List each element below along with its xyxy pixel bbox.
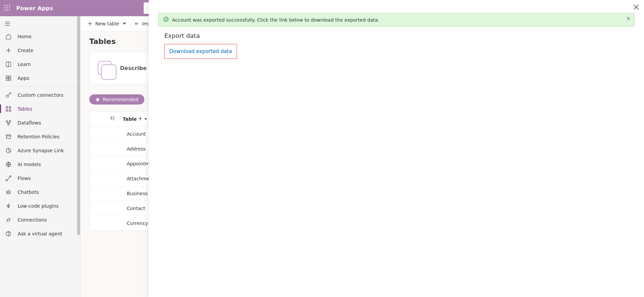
close-icon (633, 3, 640, 11)
nav-label: Azure Synapse Link (18, 148, 64, 153)
nav-item-create[interactable]: Create (0, 43, 80, 57)
nav-label: Tables (18, 106, 32, 112)
nav-item-learn[interactable]: Learn (0, 57, 80, 71)
nav-item-ask-agent[interactable]: Ask a virtual agent (0, 227, 80, 241)
connector-icon (5, 92, 11, 98)
svg-point-6 (4, 9, 5, 10)
svg-point-8 (9, 9, 10, 10)
home-icon (5, 33, 11, 40)
svg-point-4 (6, 7, 7, 8)
svg-point-28 (6, 120, 8, 122)
filter-pill-recommended[interactable]: Recommended (89, 94, 144, 105)
grid-icon (5, 106, 11, 112)
alert-text: Account was exported successfully. Click… (172, 17, 379, 23)
help-icon (5, 231, 11, 237)
svg-rect-26 (6, 110, 8, 111)
svg-point-7 (6, 9, 7, 10)
table-cell: Address (127, 146, 146, 152)
sort-asc-icon (138, 117, 142, 121)
svg-point-2 (9, 5, 10, 6)
sort-handle-icon[interactable] (94, 116, 115, 122)
dataflow-icon (5, 120, 11, 126)
nav-label: AI models (18, 162, 41, 167)
nav-label: Flows (18, 176, 31, 181)
panel-close-button[interactable] (633, 3, 640, 11)
svg-rect-24 (6, 107, 8, 108)
app-name: Power Apps (16, 5, 53, 12)
flow-icon (5, 175, 11, 181)
import-icon (134, 21, 139, 26)
nav-item-dataflows[interactable]: Dataflows (0, 116, 80, 130)
nav-item-flows[interactable]: Flows (0, 171, 80, 185)
svg-point-51 (164, 17, 168, 22)
svg-point-39 (7, 192, 8, 192)
column-header-label: Table (123, 116, 137, 122)
svg-rect-21 (9, 78, 11, 81)
svg-rect-20 (6, 78, 8, 81)
nav-item-tables[interactable]: Tables (0, 102, 80, 116)
waffle-icon[interactable] (4, 5, 10, 12)
svg-point-30 (8, 123, 9, 125)
export-data-panel: Account was exported successfully. Click… (149, 0, 644, 297)
nav-item-ai-models[interactable]: AI models (0, 157, 80, 171)
svg-point-29 (9, 120, 11, 122)
svg-rect-37 (6, 191, 10, 193)
nav-label: Apps (18, 75, 29, 81)
download-exported-data-link[interactable]: Download exported data (169, 48, 232, 54)
svg-point-42 (8, 235, 8, 235)
archive-icon (5, 134, 11, 140)
nav-item-connections[interactable]: Connections (0, 213, 80, 227)
nav-item-custom-connectors[interactable]: Custom connectors (0, 88, 80, 102)
bolt-icon (5, 203, 11, 209)
chevron-down-icon (144, 117, 148, 121)
table-cell: Account (127, 131, 146, 137)
svg-rect-32 (6, 136, 10, 138)
nav-label: Chatbots (18, 189, 39, 195)
svg-rect-25 (9, 107, 11, 108)
nav-label: Ask a virtual agent (18, 231, 62, 236)
svg-point-3 (4, 7, 5, 8)
bot-icon (5, 189, 11, 195)
link-icon (5, 217, 11, 223)
svg-rect-19 (9, 76, 11, 78)
star-icon (95, 97, 100, 102)
svg-point-35 (6, 179, 7, 181)
nav-item-apps[interactable]: Apps (0, 71, 80, 85)
hamburger-toggle[interactable] (0, 16, 80, 29)
column-header-table[interactable]: Table (123, 116, 148, 122)
success-alert: Account was exported successfully. Click… (158, 13, 635, 27)
nav-label: Custom connectors (18, 92, 64, 98)
nav-item-synapse[interactable]: Azure Synapse Link (0, 143, 80, 157)
table-cell: Currency (127, 221, 148, 226)
pie-icon (5, 147, 11, 154)
svg-point-1 (6, 5, 7, 6)
nav-label: Connections (18, 217, 47, 223)
nav-divider (0, 86, 80, 87)
nav-item-plugins[interactable]: Low-code plugins (0, 199, 80, 213)
cmd-label: New table (95, 21, 119, 26)
plus-icon (87, 21, 93, 26)
svg-point-0 (4, 5, 5, 6)
globe-icon (5, 161, 11, 167)
nav-label: Home (18, 34, 31, 39)
download-highlight-box: Download exported data (164, 44, 237, 59)
nav-item-retention[interactable]: Retention Policies (0, 130, 80, 143)
sidebar-scrollbar[interactable] (77, 16, 80, 297)
nav-item-home[interactable]: Home (0, 29, 80, 43)
nav-label: Create (18, 48, 33, 53)
side-nav: Home Create Learn Apps Custom connectors… (0, 16, 80, 297)
plus-icon (5, 47, 11, 53)
cmd-new-table[interactable]: New table (87, 21, 127, 26)
book-icon (5, 61, 11, 67)
chevron-down-icon (122, 21, 127, 26)
nav-item-chatbots[interactable]: Chatbots (0, 185, 80, 199)
nav-label: Dataflows (18, 120, 41, 125)
svg-point-5 (9, 7, 10, 8)
svg-rect-27 (9, 110, 11, 111)
nav-label: Retention Policies (18, 134, 59, 139)
close-icon (626, 16, 631, 21)
apps-icon (5, 75, 11, 81)
alert-dismiss-button[interactable] (626, 16, 631, 22)
table-cell: Contact (127, 206, 145, 211)
panel-title: Export data (164, 32, 628, 39)
